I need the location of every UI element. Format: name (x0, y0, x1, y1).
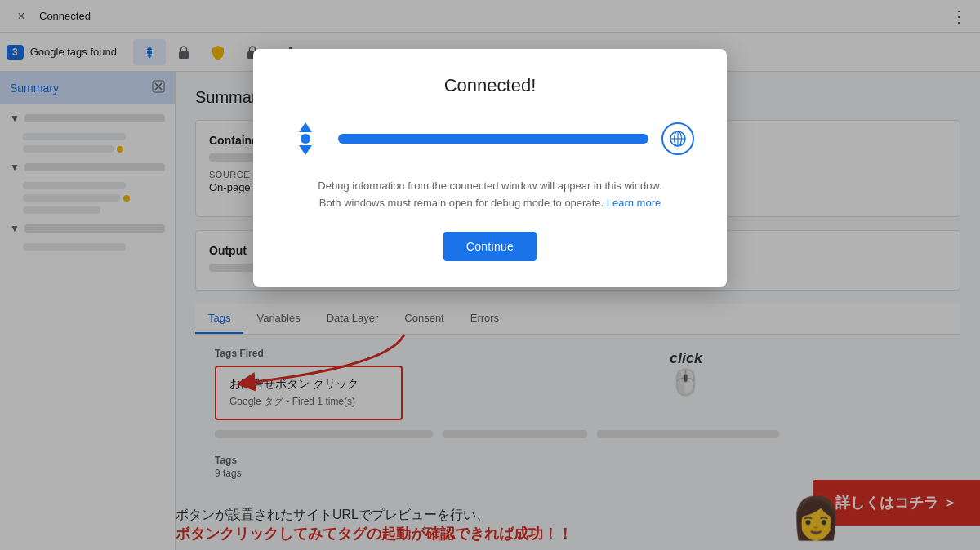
continue-button[interactable]: Continue (443, 232, 537, 261)
modal-overlay: Connected! Debug information fr (0, 0, 980, 550)
modal-tag-icon (286, 119, 325, 158)
learn-more-link[interactable]: Learn more (607, 197, 661, 209)
modal-progress-bar (338, 134, 648, 144)
modal-globe-icon (662, 122, 694, 155)
connected-modal: Connected! Debug information fr (253, 49, 727, 287)
svg-point-7 (301, 134, 310, 144)
modal-description: Debug information from the connected win… (286, 178, 694, 212)
modal-connection-row (286, 119, 694, 158)
modal-title: Connected! (286, 75, 694, 96)
